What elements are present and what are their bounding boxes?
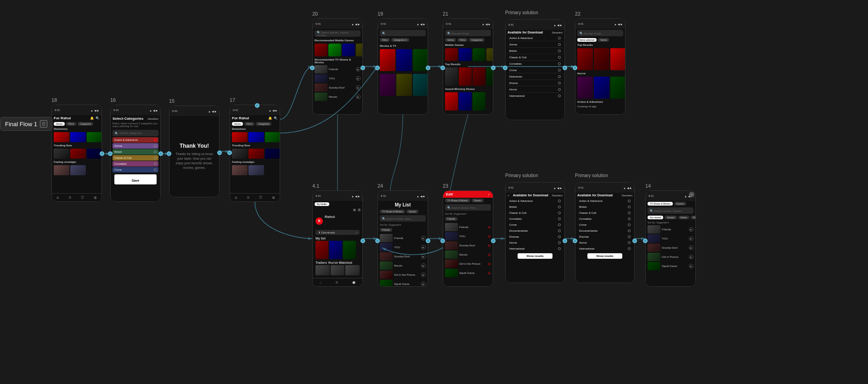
screen-17: 9:41 ▲ ◀ ■ For Rahul 🔔 🔍 Series Films Ca… <box>230 105 280 202</box>
screen-num-18: 18 <box>51 97 57 103</box>
dot-17-left <box>227 150 232 155</box>
tab-list-icon[interactable]: ☰ <box>81 195 84 200</box>
show-results-btn-bottom2[interactable]: Show results <box>587 253 623 259</box>
screen-num-21: 21 <box>443 11 448 17</box>
screen-21: 9:41 ▲ ◀ ■ 🔍 Strange things Series Films… <box>443 18 493 115</box>
screen-14: 9:41 ▲ ◀ ■ TV Shows & Movies Games 🔍 Sea… <box>645 190 696 287</box>
dot-primary-top-right <box>563 66 567 70</box>
screen-num-24: 24 <box>378 183 383 189</box>
tab-search-17-icon[interactable]: ⊕ <box>247 195 250 200</box>
canvas: Final Flow 1 <box>0 0 868 384</box>
screen-16: 9:41 ▲ ◀ ■ Select Categories Deselect Ra… <box>110 105 161 202</box>
filter-series-21[interactable]: Series <box>445 38 456 42</box>
flow-icon <box>40 120 47 128</box>
filter-friends-23[interactable]: Friends <box>445 217 457 221</box>
filter-my-netflix[interactable]: My Netflix <box>315 202 329 206</box>
dot-18-right <box>100 151 104 156</box>
filter-tv-23[interactable]: TV Shows & Movies <box>445 199 470 202</box>
filter-categories-19[interactable]: Categories ▾ <box>391 38 409 42</box>
screen-20: 9:41 ▲ ◀ ■ 🔍 Search games, shows, movies… <box>312 18 363 115</box>
screen-num-17: 17 <box>230 97 235 103</box>
tab-home-17-icon[interactable]: ⌂ <box>235 195 237 200</box>
tab-search-icon[interactable]: ⊕ <box>68 195 72 200</box>
screen-num-22: 22 <box>575 11 581 17</box>
screen-num-23: 23 <box>443 183 448 189</box>
filter-series-17[interactable]: Series <box>232 122 243 126</box>
downloads-button[interactable]: ⬇ Downloads › <box>316 230 360 235</box>
filter-items-selected-22[interactable]: Items selected <box>577 38 597 42</box>
dot-ps-b2-right <box>632 239 637 243</box>
screen-23: Edit ✓ TV Shows & Movies Games 🔍 Search … <box>443 190 493 287</box>
flow-label-text: Final Flow 1 <box>5 121 37 128</box>
primary-solution-label-bottom1: Primary solution <box>505 173 538 178</box>
tab-profile-17-icon[interactable]: ◉ <box>272 195 275 200</box>
dot-17-top <box>255 103 259 108</box>
screen-num-19: 19 <box>378 11 383 17</box>
dot-15-right <box>217 150 222 155</box>
screen-num-15: 15 <box>169 98 175 104</box>
screen-15: 9:41 ▲ ◀ ■ Thank You! Thanks for letting… <box>169 106 220 197</box>
dot-19-left <box>375 66 380 70</box>
primary-solution-phone-bottom2: 9:41 ▲ ◀ ■ Available for Download Desele… <box>575 182 635 283</box>
filter-not-started-14[interactable]: Not started <box>648 216 663 219</box>
flow-label[interactable]: Final Flow 1 <box>0 117 52 131</box>
dot-20-left <box>310 66 315 70</box>
filter-films[interactable]: Films <box>66 122 76 126</box>
screen-num-16: 16 <box>110 97 116 103</box>
dot-21-left <box>440 66 445 70</box>
filter-films-17[interactable]: Films <box>244 122 254 126</box>
filter-started-14[interactable]: Started <box>665 216 676 219</box>
dot-ps-b1-right <box>563 239 567 243</box>
filter-series-22[interactable]: Series <box>598 38 609 42</box>
primary-solution-phone-bottom1: 9:41 ▲ ◀ ■ ✕ Available for Download Dese… <box>505 182 565 283</box>
filter-friends-24[interactable]: Friends <box>380 228 392 232</box>
filter-films-21[interactable]: Films <box>457 38 468 42</box>
dot-22-left <box>573 66 577 70</box>
primary-solution-label-bottom2: Primary solution <box>575 173 608 178</box>
filter-games-23[interactable]: Games <box>472 199 484 202</box>
filter-categories-21[interactable]: Categories <box>469 38 485 42</box>
dot-41-right <box>361 239 365 243</box>
dot-24-left <box>375 239 380 243</box>
tab-search-41-icon[interactable]: ⊕ <box>335 280 338 284</box>
dot-ps-b2-left <box>573 239 577 243</box>
filter-tv-14[interactable]: TV Shows & Movies <box>648 202 673 206</box>
filter-series-14[interactable]: Series <box>678 216 689 219</box>
filter-films-19[interactable]: Films <box>380 38 390 42</box>
tab-home-41-icon[interactable]: ⌂ <box>320 280 322 284</box>
tab-mynetflix-41-icon[interactable]: ◉ <box>352 280 355 284</box>
filter-series[interactable]: Series <box>54 122 65 126</box>
screen-41: 9:41 ▲ ◀ ■ My Netflix ⊞ ☰ R Rahul › ⬇ Do… <box>312 190 363 287</box>
dot-15-left <box>167 151 171 156</box>
dot-16-left <box>108 151 113 156</box>
tab-profile-icon[interactable]: ◉ <box>94 195 97 200</box>
tab-home-icon[interactable]: ⌂ <box>56 195 59 200</box>
primary-solution-label-top: Primary solution <box>505 10 538 15</box>
screen-19: 9:41 ▲ ◀ ■ 🔍 Films Categories ▾ Movies &… <box>378 18 428 115</box>
screen-num-14: 14 <box>645 183 651 189</box>
screen-22: 9:41 ▲ ◀ ■ 🔍 Strange things Items select… <box>575 18 626 115</box>
screen-18: 9:41 ▲ ◀ ■ For Rahul 🔔 🔍 Series Films Ca… <box>51 105 102 202</box>
screen-24: 9:41 ▲ ◀ ■ My List TV Shows & Movies Gam… <box>378 190 428 287</box>
filter-films-14[interactable]: Films <box>691 216 695 219</box>
filter-games-24[interactable]: Games <box>406 210 418 213</box>
dot-16-right <box>158 151 163 156</box>
dot-23-left <box>440 239 445 243</box>
tab-list-17-icon[interactable]: ☰ <box>259 195 262 200</box>
dot-24-right <box>426 239 430 243</box>
show-results-btn-bottom1[interactable]: Show results <box>518 253 553 259</box>
dot-19-right <box>426 66 430 70</box>
filter-categories[interactable]: Categories <box>78 122 93 126</box>
thank-you-text: Thanks for letting us know your taste. N… <box>174 152 214 170</box>
filter-categories-17[interactable]: Categories <box>256 122 271 126</box>
dot-21-right <box>491 66 496 70</box>
dot-20-right <box>361 66 365 70</box>
filter-games-14[interactable]: Games <box>674 202 686 206</box>
dot-23-right <box>491 239 496 243</box>
screen-num-41: 4.1 <box>312 183 319 189</box>
back-arrow-14[interactable]: ← <box>689 192 694 197</box>
primary-solution-phone-top: 9:41 ▲ ◀ ■ Available for Download Desele… <box>505 19 565 120</box>
dot-14-left <box>643 239 648 243</box>
edit-header: Edit ✓ <box>443 191 493 198</box>
filter-tv-24[interactable]: TV Shows & Movies <box>380 210 405 213</box>
